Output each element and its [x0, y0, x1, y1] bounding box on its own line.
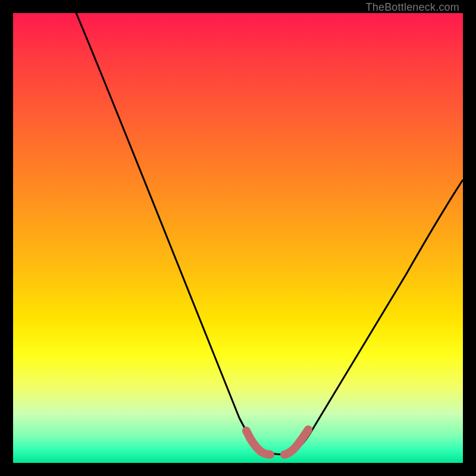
- min-marker-left: [246, 431, 270, 455]
- watermark-text: TheBottleneck.com: [366, 1, 459, 14]
- chart-frame: TheBottleneck.com: [0, 0, 476, 476]
- curve-path: [76, 13, 463, 455]
- min-marker-right: [284, 430, 308, 455]
- bottleneck-curve: [13, 13, 463, 463]
- plot-area: [13, 13, 463, 463]
